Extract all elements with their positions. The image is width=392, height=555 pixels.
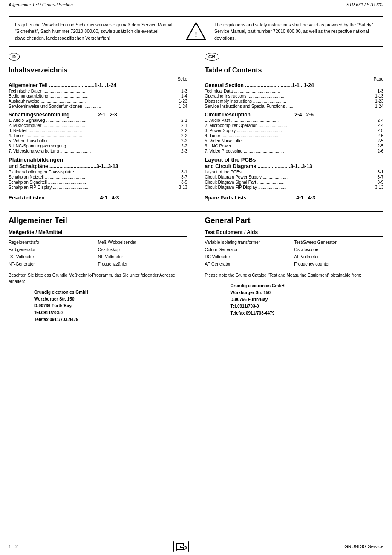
toc-right-heading4: Spare Parts Lists ......................… bbox=[205, 192, 384, 201]
list-item: 7. Video Processing ....................… bbox=[205, 148, 384, 153]
equip-left-0-1: Meß-/Wobbelsender bbox=[98, 239, 187, 246]
badges-row: D GB bbox=[0, 53, 392, 61]
equip-left-0-0: Regeltrennttrafo bbox=[9, 239, 98, 246]
svg-text:!: ! bbox=[195, 30, 197, 39]
equipment-grid-left: Regeltrennttrafo Meß-/Wobbelsender Farbg… bbox=[9, 239, 187, 268]
toc-right-heading2: Circuit Description ....................… bbox=[205, 111, 384, 118]
toc-right-section1: General Section ........................… bbox=[205, 82, 384, 109]
toc-right-heading1: General Section ........................… bbox=[205, 82, 384, 88]
toc-right-section4: Spare Parts Lists ......................… bbox=[205, 192, 384, 201]
toc-right-heading3b: and Circuit Diagrams ...................… bbox=[205, 163, 384, 169]
footer-right: GRUNDIG Service bbox=[344, 544, 383, 549]
german-badge: D bbox=[9, 53, 20, 61]
equip-left-2-0: DC-Voltmeter bbox=[9, 254, 98, 260]
equip-right-0-0: Variable isolating transformer bbox=[205, 239, 294, 246]
toc-right-heading3a: Layout of the PCBs bbox=[205, 156, 384, 163]
general-part-right-title: General Part bbox=[205, 216, 384, 225]
address-line1: Grundig electronics GmbH bbox=[34, 289, 187, 296]
list-item: 6. LNC Power ...........................… bbox=[205, 143, 384, 148]
address-right-line3: D-90766 Fürth/Bay. bbox=[231, 296, 384, 303]
list-item: Circuit Diagram Power Supply ...........… bbox=[205, 174, 384, 179]
list-item: Technical Data .........................… bbox=[205, 88, 384, 93]
address-line2: Würzburger Str. 150 bbox=[34, 296, 187, 303]
toc-left: Inhaltsverzeichnis Seite Allgemeiner Tei… bbox=[9, 62, 196, 204]
gp-note-right: Please note the Grundig Catalog "Test an… bbox=[205, 272, 384, 278]
section-divider bbox=[9, 211, 383, 212]
equip-right-2-0: DC Voltmeter bbox=[205, 254, 294, 260]
address-line4: Tel.0911/703-0 bbox=[34, 309, 187, 316]
footer-left: 1 - 2 bbox=[9, 544, 18, 549]
address-line5: Telefax 0911/703-4479 bbox=[34, 316, 187, 323]
list-item: 3. Power Supply ........................… bbox=[205, 128, 384, 133]
equip-right-0-1: Test/Sweep Generator bbox=[294, 239, 383, 246]
list-item: 3. Netzteil ............................… bbox=[9, 128, 187, 133]
list-item: 5. Video Rauschfilter ..................… bbox=[9, 138, 187, 143]
list-item: Service Instructions and Special Functio… bbox=[205, 104, 384, 109]
toc-left-section1: Allgemeiner Teil .......................… bbox=[9, 82, 187, 109]
header-left: Allgemeiner Teil / General Section bbox=[9, 3, 73, 7]
address-line3: D-90766 Fürth/Bay. bbox=[34, 303, 187, 309]
equip-left-1-0: Farbgenerator bbox=[9, 246, 98, 253]
list-item: Circuit Diagram FIP Display ............… bbox=[205, 185, 384, 190]
warning-text-left: Es gelten die Vorschriften und Sicherhei… bbox=[15, 22, 178, 41]
toc-left-heading1: Allgemeiner Teil .......................… bbox=[9, 82, 187, 88]
list-item: Schaltplan Signalteil ..................… bbox=[9, 179, 187, 185]
equip-left-1-1: Oszilloskop bbox=[98, 246, 187, 253]
list-item: Technische Daten .......................… bbox=[9, 88, 187, 93]
list-item: Ausbauhinweise .........................… bbox=[9, 98, 187, 104]
list-item: Platinenabbildungen Chassisplatte ......… bbox=[9, 169, 187, 174]
badge-left: D bbox=[9, 53, 196, 61]
general-part: Allgemeiner Teil Meßgeräte / Meßmittel R… bbox=[0, 216, 392, 323]
list-item: 4. Tuner ...............................… bbox=[9, 133, 187, 138]
toc-section: Inhaltsverzeichnis Seite Allgemeiner Tei… bbox=[0, 62, 392, 204]
toc-left-section4: Ersatzteillisten .......................… bbox=[9, 192, 187, 201]
toc-left-heading3a: Platinenabbildungen bbox=[9, 156, 187, 163]
toc-left-page-label: Seite bbox=[9, 77, 187, 81]
address-right-line1: Grundig electronics GmbH bbox=[231, 283, 384, 289]
toc-left-section3: Platinenabbildungen und Schaltpläne ....… bbox=[9, 156, 187, 190]
equip-right-3-1: Frequency counter bbox=[294, 261, 383, 268]
equip-left-2-1: NF-Voltmeter bbox=[98, 254, 187, 260]
equip-right-1-0: Colour Generator bbox=[205, 246, 294, 253]
warning-text-right: The regulations and safety instructions … bbox=[214, 22, 377, 41]
address-right-line5: Telefax 0911/703-4479 bbox=[231, 310, 384, 317]
list-item: 4. Tuner ...............................… bbox=[205, 133, 384, 138]
page-header: Allgemeiner Teil / General Section STR 6… bbox=[0, 0, 392, 10]
warning-icon: ! bbox=[185, 21, 207, 42]
list-item: Schaltplan FIP-Display .................… bbox=[9, 185, 187, 190]
gp-address-right: Grundig electronics GmbH Würzburger Str.… bbox=[231, 283, 384, 317]
list-item: Bedienungsanleitung ....................… bbox=[9, 93, 187, 98]
equipment-grid-right: Variable isolating transformer Test/Swee… bbox=[205, 239, 384, 268]
address-right-line4: Tel.0911/703-0 bbox=[231, 303, 384, 310]
toc-left-heading3b: und Schaltpläne ........................… bbox=[9, 163, 187, 169]
general-part-left-subtitle: Meßgeräte / Meßmittel bbox=[9, 229, 187, 237]
gp-address-left: Grundig electronics GmbH Würzburger Str.… bbox=[34, 289, 187, 323]
list-item: 2. Mikrocomputer .......................… bbox=[9, 123, 187, 128]
toc-right-section2: Circuit Description ....................… bbox=[205, 111, 384, 153]
toc-left-title: Inhaltsverzeichnis bbox=[9, 66, 187, 74]
list-item: 7. Videosignalverarbeitung .............… bbox=[9, 148, 187, 153]
list-item: 1. Audio Path ..........................… bbox=[205, 118, 384, 123]
list-item: Schaltplan Netzteil ....................… bbox=[9, 174, 187, 179]
header-right: STR 631 / STR 632 bbox=[346, 3, 383, 7]
list-item: 6. LNC-Spannungsversorgung .............… bbox=[9, 143, 187, 148]
general-part-left-title: Allgemeiner Teil bbox=[9, 216, 187, 225]
warning-box: Es gelten die Vorschriften und Sicherhei… bbox=[9, 16, 383, 47]
general-part-right: General Part Test Equipment / Aids Varia… bbox=[196, 216, 384, 323]
list-item: Operating Instructions .................… bbox=[205, 93, 384, 98]
gp-note-left: Beachten Sie bitte das Grundig Meßtechni… bbox=[9, 272, 187, 285]
footer-logo bbox=[173, 541, 189, 552]
toc-right-title: Table of Contents bbox=[205, 66, 384, 74]
list-item: Servicehinweise und Sonderfunktionen ...… bbox=[9, 104, 187, 109]
list-item: 5. Video Noise Filter ..................… bbox=[205, 138, 384, 143]
page-footer: 1 - 2 GRUNDIG Service bbox=[0, 538, 392, 555]
toc-left-heading4: Ersatzteillisten .......................… bbox=[9, 192, 187, 201]
english-badge: GB bbox=[205, 53, 219, 61]
badge-right: GB bbox=[196, 53, 383, 61]
general-part-right-subtitle: Test Equipment / Aids bbox=[205, 229, 384, 237]
toc-right-section3: Layout of the PCBs and Circuit Diagrams … bbox=[205, 156, 384, 190]
toc-left-heading2: Schaltungsbeschreibung .................… bbox=[9, 111, 187, 118]
general-part-left: Allgemeiner Teil Meßgeräte / Meßmittel R… bbox=[9, 216, 196, 323]
list-item: Circuit Diagram Signal Part ............… bbox=[205, 179, 384, 185]
equip-left-3-0: NF-Generator bbox=[9, 261, 98, 268]
